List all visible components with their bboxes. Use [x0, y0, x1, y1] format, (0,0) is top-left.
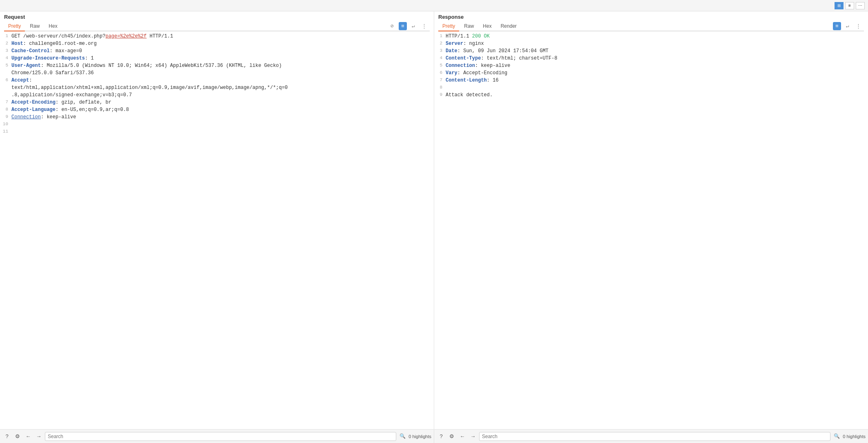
request-line-10: 10 [0, 121, 434, 128]
request-panel: Request Pretty Raw Hex ⊘ ≡ ↵ ⋮ 1 GET /we… [0, 11, 434, 429]
request-tab-raw[interactable]: Raw [26, 22, 44, 31]
request-line-6a: 6 Accept: [0, 77, 434, 84]
request-highlights-badge: 0 highlights [408, 434, 431, 439]
response-line-7: 7 Content-Length: 16 [434, 77, 868, 84]
request-line-11: 11 [0, 128, 434, 136]
list-view-btn[interactable]: ≡ [845, 2, 854, 9]
request-line-8: 8 Accept-Language: en-US,en;q=0.9,ar;q=0… [0, 106, 434, 114]
request-title: Request [4, 14, 430, 20]
response-title: Response [438, 14, 864, 20]
request-search-input[interactable] [45, 432, 396, 441]
response-help-btn[interactable]: ? [437, 432, 446, 441]
request-line-5a: 5 User-Agent: Mozilla/5.0 (Windows NT 10… [0, 62, 434, 70]
request-line-9: 9 Connection: keep-alive [0, 114, 434, 121]
request-line-2: 2 Host: challenge01.root-me.org [0, 40, 434, 48]
response-line-5: 5 Connection: keep-alive [434, 62, 868, 70]
main-content: Request Pretty Raw Hex ⊘ ≡ ↵ ⋮ 1 GET /we… [0, 11, 868, 429]
request-search-go[interactable]: 🔍 [398, 432, 407, 441]
bottom-bar: ? ⚙ ← → 🔍 0 highlights ? ⚙ ← → 🔍 0 highl… [0, 429, 868, 443]
no-wrap-icon[interactable]: ⊘ [388, 22, 396, 30]
response-search-go[interactable]: 🔍 [832, 432, 841, 441]
request-tab-icons: ⊘ ≡ ↵ ⋮ [388, 22, 430, 30]
response-line-1: 1 HTTP/1.1 200 OK [434, 33, 868, 40]
response-settings-btn[interactable]: ⚙ [447, 432, 456, 441]
response-search-input[interactable] [479, 432, 830, 441]
response-indent-icon[interactable]: ↵ [844, 22, 852, 30]
request-header: Request Pretty Raw Hex ⊘ ≡ ↵ ⋮ [0, 11, 434, 31]
response-more-icon[interactable]: ⋮ [854, 22, 862, 30]
top-toolbar: ⊞ ≡ ⋯ [0, 0, 868, 11]
request-help-btn[interactable]: ? [2, 432, 11, 441]
response-code-area: 1 HTTP/1.1 200 OK 2 Server: nginx 3 Date… [434, 31, 868, 429]
response-bottom-bar: ? ⚙ ← → 🔍 0 highlights [434, 430, 868, 443]
response-header: Response Pretty Raw Hex Render ≡ ↵ ⋮ [434, 11, 868, 31]
request-line-6b: text/html,application/xhtml+xml,applicat… [0, 84, 434, 92]
response-prev-btn[interactable]: ← [458, 432, 467, 441]
request-tabs-row: Pretty Raw Hex ⊘ ≡ ↵ ⋮ [4, 22, 430, 31]
request-tab-hex[interactable]: Hex [44, 22, 61, 31]
request-line-6c: .8,application/signed-exchange;v=b3;q=0.… [0, 92, 434, 99]
response-next-btn[interactable]: → [468, 432, 477, 441]
response-word-wrap-icon[interactable]: ≡ [833, 22, 841, 30]
response-line-3: 3 Date: Sun, 09 Jun 2024 17:54:04 GMT [434, 48, 868, 55]
word-wrap-icon[interactable]: ≡ [399, 22, 407, 30]
split-view-btn[interactable]: ⊞ [835, 2, 844, 9]
response-line-6: 6 Vary: Accept-Encoding [434, 70, 868, 77]
response-tab-hex[interactable]: Hex [479, 22, 495, 31]
request-line-4: 4 Upgrade-Insecure-Requests: 1 [0, 55, 434, 62]
response-highlights-badge: 0 highlights [843, 434, 866, 439]
response-tab-pretty[interactable]: Pretty [438, 22, 459, 31]
request-line-5b: Chrome/125.0.0 Safari/537.36 [0, 70, 434, 77]
response-tabs-row: Pretty Raw Hex Render ≡ ↵ ⋮ [438, 22, 864, 31]
response-line-2: 2 Server: nginx [434, 40, 868, 48]
indent-icon[interactable]: ↵ [409, 22, 417, 30]
request-next-btn[interactable]: → [34, 432, 43, 441]
request-code-area: 1 GET /web-serveur/ch45/index.php?page=%… [0, 31, 434, 429]
request-line-7: 7 Accept-Encoding: gzip, deflate, br [0, 99, 434, 106]
request-prev-btn[interactable]: ← [24, 432, 33, 441]
response-panel: Response Pretty Raw Hex Render ≡ ↵ ⋮ 1 H… [434, 11, 868, 429]
request-bottom-bar: ? ⚙ ← → 🔍 0 highlights [0, 430, 434, 443]
response-tab-icons: ≡ ↵ ⋮ [833, 22, 864, 30]
response-line-8: 8 [434, 84, 868, 92]
response-tab-raw[interactable]: Raw [460, 22, 478, 31]
request-line-1: 1 GET /web-serveur/ch45/index.php?page=%… [0, 33, 434, 40]
response-tab-render[interactable]: Render [497, 22, 521, 31]
request-tab-pretty[interactable]: Pretty [4, 22, 25, 31]
more-btn[interactable]: ⋯ [856, 2, 865, 9]
request-line-3: 3 Cache-Control: max-age=0 [0, 48, 434, 55]
more-icon[interactable]: ⋮ [420, 22, 428, 30]
request-settings-btn[interactable]: ⚙ [13, 432, 22, 441]
response-line-4: 4 Content-Type: text/html; charset=UTF-8 [434, 55, 868, 62]
response-line-9: 9 Attack detected. [434, 92, 868, 99]
